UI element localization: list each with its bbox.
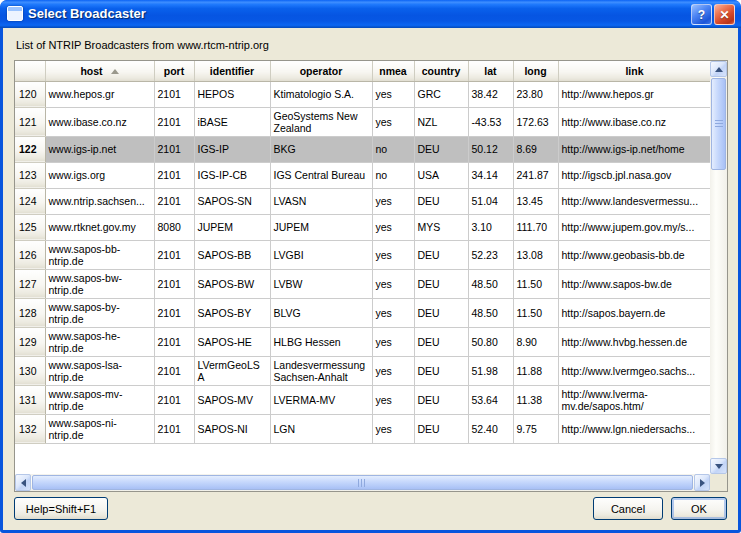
table-row[interactable]: 123www.igs.org2101IGS-IP-CBIGS Central B… bbox=[15, 162, 710, 188]
cell-lat[interactable]: 51.04 bbox=[468, 188, 513, 214]
cell-operator[interactable]: IGS Central Bureau bbox=[270, 162, 372, 188]
horizontal-scrollbar[interactable] bbox=[15, 474, 710, 491]
cell-nmea[interactable]: yes bbox=[372, 327, 414, 356]
cell-operator[interactable]: BLVG bbox=[270, 298, 372, 327]
table-row[interactable]: 121www.ibase.co.nz2101iBASEGeoSystems Ne… bbox=[15, 107, 710, 136]
scroll-left-button[interactable] bbox=[15, 474, 31, 491]
cell-identifier[interactable]: SAPOS-BY bbox=[194, 298, 270, 327]
column-header-identifier[interactable]: identifier bbox=[194, 61, 270, 81]
column-header-long[interactable]: long bbox=[513, 61, 558, 81]
row-header[interactable]: 129 bbox=[15, 327, 45, 356]
cell-host[interactable]: www.sapos-ni-ntrip.de bbox=[45, 414, 154, 443]
cell-operator[interactable]: LVGBI bbox=[270, 240, 372, 269]
cell-identifier[interactable]: IGS-IP-CB bbox=[194, 162, 270, 188]
cell-port[interactable]: 2101 bbox=[154, 136, 194, 162]
table-row[interactable]: 122www.igs-ip.net2101IGS-IPBKGnoDEU50.12… bbox=[15, 136, 710, 162]
cell-nmea[interactable]: yes bbox=[372, 240, 414, 269]
cell-host[interactable]: www.ntrip.sachsen... bbox=[45, 188, 154, 214]
cell-identifier[interactable]: iBASE bbox=[194, 107, 270, 136]
cell-long[interactable]: 11.88 bbox=[513, 356, 558, 385]
cell-port[interactable]: 8080 bbox=[154, 214, 194, 240]
cell-host[interactable]: www.igs-ip.net bbox=[45, 136, 154, 162]
cell-lat[interactable]: 51.98 bbox=[468, 356, 513, 385]
cell-identifier[interactable]: JUPEM bbox=[194, 214, 270, 240]
cell-host[interactable]: www.sapos-lsa-ntrip.de bbox=[45, 356, 154, 385]
cell-nmea[interactable]: yes bbox=[372, 188, 414, 214]
cell-host[interactable]: www.sapos-mv-ntrip.de bbox=[45, 385, 154, 414]
scroll-right-button[interactable] bbox=[694, 474, 710, 491]
cell-port[interactable]: 2101 bbox=[154, 81, 194, 107]
cell-link[interactable]: http://www.jupem.gov.my/s... bbox=[558, 214, 710, 240]
cell-lat[interactable]: 50.12 bbox=[468, 136, 513, 162]
cell-identifier[interactable]: SAPOS-BW bbox=[194, 269, 270, 298]
cell-link[interactable]: http://www.geobasis-bb.de bbox=[558, 240, 710, 269]
scroll-up-button[interactable] bbox=[710, 61, 727, 77]
cell-link[interactable]: http://www.lgn.niedersachs... bbox=[558, 414, 710, 443]
cell-port[interactable]: 2101 bbox=[154, 356, 194, 385]
cell-long[interactable]: 241.87 bbox=[513, 162, 558, 188]
cell-long[interactable]: 111.70 bbox=[513, 214, 558, 240]
table-row[interactable]: 129www.sapos-he-ntrip.de2101SAPOS-HEHLBG… bbox=[15, 327, 710, 356]
row-header[interactable]: 124 bbox=[15, 188, 45, 214]
column-header-country[interactable]: country bbox=[414, 61, 468, 81]
cell-host[interactable]: www.igs.org bbox=[45, 162, 154, 188]
cell-country[interactable]: DEU bbox=[414, 414, 468, 443]
cell-nmea[interactable]: yes bbox=[372, 107, 414, 136]
cell-link[interactable]: http://www.landesvermessu... bbox=[558, 188, 710, 214]
cell-country[interactable]: DEU bbox=[414, 356, 468, 385]
cell-country[interactable]: NZL bbox=[414, 107, 468, 136]
cell-link[interactable]: http://www.hepos.gr bbox=[558, 81, 710, 107]
horizontal-scroll-thumb[interactable] bbox=[32, 475, 693, 490]
cell-link[interactable]: http://sapos.bayern.de bbox=[558, 298, 710, 327]
cell-port[interactable]: 2101 bbox=[154, 298, 194, 327]
cell-country[interactable]: GRC bbox=[414, 81, 468, 107]
table-row[interactable]: 124www.ntrip.sachsen...2101SAPOS-SNLVASN… bbox=[15, 188, 710, 214]
cell-operator[interactable]: JUPEM bbox=[270, 214, 372, 240]
table-row[interactable]: 131www.sapos-mv-ntrip.de2101SAPOS-MVLVER… bbox=[15, 385, 710, 414]
row-header[interactable]: 131 bbox=[15, 385, 45, 414]
cell-country[interactable]: DEU bbox=[414, 269, 468, 298]
cell-long[interactable]: 11.50 bbox=[513, 298, 558, 327]
cell-country[interactable]: DEU bbox=[414, 298, 468, 327]
cell-link[interactable]: http://www.lverma-mv.de/sapos.htm/ bbox=[558, 385, 710, 414]
cell-link[interactable]: http://www.sapos-bw.de bbox=[558, 269, 710, 298]
cell-port[interactable]: 2101 bbox=[154, 327, 194, 356]
row-header[interactable]: 126 bbox=[15, 240, 45, 269]
titlebar-help-button[interactable]: ? bbox=[691, 4, 712, 25]
cell-lat[interactable]: 53.64 bbox=[468, 385, 513, 414]
close-button[interactable]: ✕ bbox=[714, 4, 735, 25]
cell-operator[interactable]: LVASN bbox=[270, 188, 372, 214]
scroll-down-button[interactable] bbox=[710, 458, 727, 474]
table-row[interactable]: 126www.sapos-bb-ntrip.de2101SAPOS-BBLVGB… bbox=[15, 240, 710, 269]
cell-nmea[interactable]: no bbox=[372, 136, 414, 162]
cell-lat[interactable]: 52.23 bbox=[468, 240, 513, 269]
cell-identifier[interactable]: SAPOS-BB bbox=[194, 240, 270, 269]
cell-nmea[interactable]: yes bbox=[372, 298, 414, 327]
cell-link[interactable]: http://www.igs-ip.net/home bbox=[558, 136, 710, 162]
cell-host[interactable]: www.ibase.co.nz bbox=[45, 107, 154, 136]
cell-long[interactable]: 13.45 bbox=[513, 188, 558, 214]
cell-long[interactable]: 11.50 bbox=[513, 269, 558, 298]
cell-country[interactable]: DEU bbox=[414, 188, 468, 214]
cell-port[interactable]: 2101 bbox=[154, 269, 194, 298]
cell-lat[interactable]: 48.50 bbox=[468, 298, 513, 327]
cell-identifier[interactable]: IGS-IP bbox=[194, 136, 270, 162]
table-row[interactable]: 132www.sapos-ni-ntrip.de2101SAPOS-NILGNy… bbox=[15, 414, 710, 443]
vertical-scrollbar[interactable] bbox=[710, 61, 727, 474]
cell-operator[interactable]: Landesvermessung Sachsen-Anhalt bbox=[270, 356, 372, 385]
cell-lat[interactable]: 52.40 bbox=[468, 414, 513, 443]
table-row[interactable]: 120www.hepos.gr2101HEPOSKtimatologio S.A… bbox=[15, 81, 710, 107]
cell-country[interactable]: DEU bbox=[414, 385, 468, 414]
cell-host[interactable]: www.sapos-he-ntrip.de bbox=[45, 327, 154, 356]
cell-operator[interactable]: LVBW bbox=[270, 269, 372, 298]
cell-operator[interactable]: HLBG Hessen bbox=[270, 327, 372, 356]
cell-long[interactable]: 9.75 bbox=[513, 414, 558, 443]
cell-nmea[interactable]: yes bbox=[372, 269, 414, 298]
cell-country[interactable]: DEU bbox=[414, 327, 468, 356]
row-header[interactable]: 121 bbox=[15, 107, 45, 136]
cell-nmea[interactable]: yes bbox=[372, 356, 414, 385]
cell-long[interactable]: 11.38 bbox=[513, 385, 558, 414]
cell-host[interactable]: www.hepos.gr bbox=[45, 81, 154, 107]
table-row[interactable]: 127www.sapos-bw-ntrip.de2101SAPOS-BWLVBW… bbox=[15, 269, 710, 298]
row-header[interactable]: 122 bbox=[15, 136, 45, 162]
